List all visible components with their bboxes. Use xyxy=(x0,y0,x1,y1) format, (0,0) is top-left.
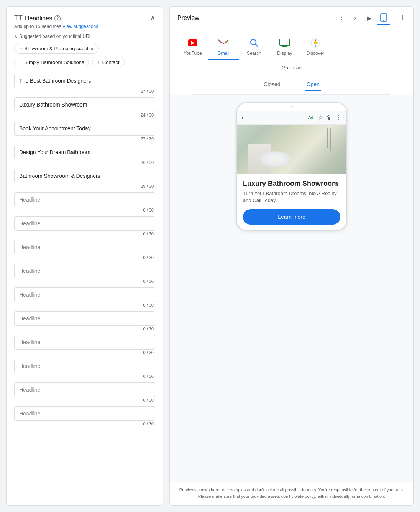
svg-rect-2 xyxy=(395,15,403,20)
phone-top-bar: ‹ Ad ☆ 🗑 ⋮ xyxy=(237,111,346,125)
chip-plus-icon: + xyxy=(19,45,23,52)
headline-input-5[interactable] xyxy=(15,169,155,183)
headline-entry-7: 0 / 30 xyxy=(14,216,155,238)
headline-input-6[interactable] xyxy=(15,193,155,207)
headline-input-9[interactable] xyxy=(15,264,155,278)
headline-input-3[interactable] xyxy=(15,121,155,135)
mobile-device-button[interactable] xyxy=(377,11,390,25)
panel-header: TT Headlines ? ∧ xyxy=(14,14,155,22)
preview-panel: Preview ‹ › ▶ xyxy=(169,6,414,506)
headline-input-7[interactable] xyxy=(15,217,155,230)
view-suggestions-link[interactable]: View suggestions xyxy=(62,24,98,29)
headline-count-12: 0 / 30 xyxy=(14,350,155,357)
headline-input-8[interactable] xyxy=(15,240,155,254)
headline-input-wrapper-13 xyxy=(14,359,155,373)
search-tab-label: Search xyxy=(247,51,261,56)
headline-count-14: 0 / 30 xyxy=(14,397,155,405)
headline-input-wrapper-15 xyxy=(14,406,155,421)
headline-input-wrapper-11 xyxy=(14,311,155,326)
panel-subtitle: Add up to 15 headlines View suggestions xyxy=(14,24,155,29)
phone-content: Luxury Bathroom Showroom Turn Your Bathr… xyxy=(237,174,346,230)
youtube-icon xyxy=(187,38,198,48)
tab-open[interactable]: Open xyxy=(305,78,321,91)
chip-contact[interactable]: + Contact xyxy=(92,57,124,67)
tab-closed[interactable]: Closed xyxy=(262,78,282,91)
headline-entry-2: 24 / 30 xyxy=(14,97,155,120)
headline-input-2[interactable] xyxy=(15,98,155,112)
next-button[interactable]: › xyxy=(349,12,361,24)
shower-detail xyxy=(330,128,331,151)
ad-headline: Luxury Bathroom Showroom xyxy=(243,180,340,188)
headline-count-10: 0 / 30 xyxy=(14,302,155,310)
display-tab-label: Display xyxy=(277,51,292,56)
play-button[interactable]: ▶ xyxy=(363,12,375,24)
headline-input-10[interactable] xyxy=(15,288,155,302)
desktop-device-button[interactable] xyxy=(392,11,406,25)
discover-tab-label: Discover xyxy=(307,51,325,56)
headline-input-14[interactable] xyxy=(15,383,155,397)
headline-entry-1: 27 / 30 xyxy=(14,74,155,96)
headline-input-wrapper-6 xyxy=(14,192,155,207)
svg-rect-5 xyxy=(218,39,228,47)
headline-count-8: 0 / 30 xyxy=(14,254,155,262)
svg-point-14 xyxy=(314,41,317,44)
learn-more-button[interactable]: Learn more xyxy=(243,209,340,225)
preview-title: Preview xyxy=(177,15,199,21)
tab-youtube[interactable]: YouTube xyxy=(177,34,208,60)
headline-input-15[interactable] xyxy=(15,407,155,420)
headline-entry-13: 0 / 30 xyxy=(14,359,155,381)
headline-entry-12: 0 / 30 xyxy=(14,335,155,357)
suggestion-chips: + Showroom & Plumbing supplier + Simply … xyxy=(14,43,155,67)
headline-count-4: 26 / 30 xyxy=(14,159,155,167)
headline-input-wrapper-2 xyxy=(14,97,155,112)
headline-input-wrapper-8 xyxy=(14,240,155,254)
headline-input-1[interactable] xyxy=(15,74,155,88)
info-icon[interactable]: ? xyxy=(54,15,61,21)
headline-input-wrapper-7 xyxy=(14,216,155,231)
headline-input-11[interactable] xyxy=(15,312,155,325)
headline-input-wrapper-4 xyxy=(14,145,155,159)
tab-search[interactable]: Search xyxy=(239,34,269,60)
collapse-button[interactable]: ∧ xyxy=(150,14,155,21)
phone-action-icons: Ad ☆ 🗑 ⋮ xyxy=(307,114,342,121)
headline-count-1: 27 / 30 xyxy=(14,88,155,96)
back-icon[interactable]: ‹ xyxy=(241,114,243,121)
chip-simply[interactable]: + Simply Bathroom Solutions xyxy=(14,57,89,67)
star-icon[interactable]: ☆ xyxy=(318,114,323,121)
display-icon xyxy=(279,38,290,48)
tab-display[interactable]: Display xyxy=(269,34,300,60)
headline-entry-14: 0 / 30 xyxy=(14,382,155,405)
search-tab-icon xyxy=(249,38,259,48)
headline-entry-3: 27 / 30 xyxy=(14,121,155,143)
headline-count-2: 24 / 30 xyxy=(14,112,155,120)
headline-input-wrapper-5 xyxy=(14,169,155,183)
headline-entry-15: 0 / 30 xyxy=(14,406,155,428)
svg-rect-10 xyxy=(280,39,290,45)
preview-nav: ‹ › ▶ xyxy=(335,11,406,25)
phone-camera xyxy=(290,105,293,108)
tab-gmail[interactable]: Gmail xyxy=(208,34,239,60)
headline-input-wrapper-3 xyxy=(14,121,155,136)
youtube-tab-label: YouTube xyxy=(184,51,202,56)
ad-badge: Ad xyxy=(307,115,315,120)
preview-header: Preview ‹ › ▶ xyxy=(170,7,413,30)
prev-button[interactable]: ‹ xyxy=(335,12,348,24)
chip-showroom[interactable]: + Showroom & Plumbing supplier xyxy=(14,43,99,54)
headline-input-12[interactable] xyxy=(15,335,155,349)
headline-count-7: 0 / 30 xyxy=(14,231,155,238)
delete-icon[interactable]: 🗑 xyxy=(326,114,333,121)
headline-entry-4: 26 / 30 xyxy=(14,145,155,167)
panel-title: Headlines xyxy=(25,15,52,22)
headline-entry-10: 0 / 30 xyxy=(14,287,155,310)
more-icon[interactable]: ⋮ xyxy=(336,114,342,121)
tab-discover[interactable]: Discover xyxy=(300,34,331,60)
chip-plus-icon: + xyxy=(19,59,23,66)
gmail-tab-label: Gmail xyxy=(217,51,229,56)
headline-input-13[interactable] xyxy=(15,359,155,373)
headline-count-15: 0 / 30 xyxy=(14,421,155,428)
headline-input-4[interactable] xyxy=(15,145,155,159)
headline-count-9: 0 / 30 xyxy=(14,278,155,286)
discover-icon xyxy=(310,38,321,48)
headline-count-11: 0 / 30 xyxy=(14,326,155,333)
headline-entry-11: 0 / 30 xyxy=(14,311,155,333)
